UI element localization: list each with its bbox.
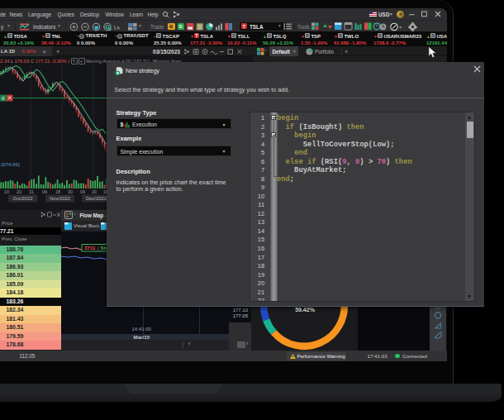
svg-text:09: 09: [80, 189, 85, 194]
svg-text:Oct/2022: Oct/2022: [13, 196, 33, 201]
svg-text:09: 09: [42, 189, 47, 194]
svg-text:I: I: [114, 25, 116, 31]
svg-text:31: 31: [29, 189, 34, 194]
svg-text:20: 20: [17, 189, 21, 194]
svg-text:18: 18: [55, 189, 60, 194]
svg-text:30: 30: [68, 189, 73, 194]
svg-text:Dec/2022: Dec/2022: [86, 196, 107, 201]
svg-text:▾: ▾: [399, 25, 402, 30]
svg-text:20: 20: [92, 189, 97, 194]
svg-text:(074.06): (074.06): [1, 161, 20, 167]
svg-text:Nov/2022: Nov/2022: [50, 196, 70, 201]
svg-text:10: 10: [4, 189, 9, 194]
svg-text:3711: 3711: [84, 245, 96, 251]
